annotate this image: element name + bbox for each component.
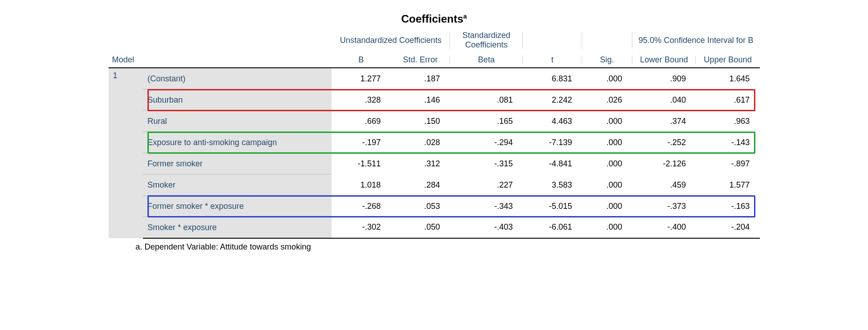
table-container: Unstandardized Coefficients Standardized… — [109, 28, 760, 239]
cell-t: -4.841 — [523, 153, 582, 174]
col-se: Std. Error — [391, 52, 450, 68]
cell-t: 3.583 — [523, 174, 582, 196]
cell-ub: -.163 — [696, 196, 759, 217]
cell-lb: -2.126 — [632, 153, 696, 174]
cell-ub: -.204 — [696, 217, 759, 239]
cell-sig: .000 — [582, 153, 632, 174]
cell-beta: .165 — [450, 111, 523, 132]
cell-sig: .000 — [582, 111, 632, 132]
cell-ub: -.143 — [696, 132, 759, 153]
cell-beta: -.343 — [450, 196, 523, 217]
cell-lb: .374 — [632, 111, 696, 132]
col-beta: Beta — [450, 52, 523, 68]
cell-ub: 1.645 — [696, 68, 759, 90]
coefficients-table: Unstandardized Coefficients Standardized… — [109, 28, 760, 239]
cell-sig: .000 — [582, 174, 632, 196]
cell-ub: .963 — [696, 111, 759, 132]
cell-sig: .000 — [582, 68, 632, 90]
cell-lb: .459 — [632, 174, 696, 196]
table-row: Suburban .328 .146 .081 2.242 .026 .040 … — [109, 90, 760, 111]
cell-se: .028 — [391, 132, 450, 153]
cell-beta: -.315 — [450, 153, 523, 174]
cell-sig: .026 — [582, 90, 632, 111]
col-lb: Lower Bound — [632, 52, 696, 68]
row-label: Exposure to anti-smoking campaign — [143, 132, 332, 153]
table-row: Exposure to anti-smoking campaign -.197 … — [109, 132, 760, 153]
header-row-cols: Model B Std. Error Beta t Sig. Lower Bou… — [109, 52, 760, 68]
cell-t: 4.463 — [523, 111, 582, 132]
row-label: Rural — [143, 111, 332, 132]
table-row: Former smoker -1.511 .312 -.315 -4.841 .… — [109, 153, 760, 174]
col-t: t — [523, 52, 582, 68]
title-text: Coefficients — [401, 13, 463, 25]
cell-b: -.197 — [332, 132, 391, 153]
row-label: Former smoker * exposure — [143, 196, 332, 217]
row-label: Former smoker — [143, 153, 332, 174]
cell-se: .312 — [391, 153, 450, 174]
col-group-std: Standardized Coefficients — [450, 28, 523, 52]
cell-sig: .000 — [582, 132, 632, 153]
cell-se: .053 — [391, 196, 450, 217]
cell-b: -.268 — [332, 196, 391, 217]
title-superscript: a — [463, 13, 467, 20]
table-row: Rural .669 .150 .165 4.463 .000 .374 .96… — [109, 111, 760, 132]
col-group-ci: 95.0% Confidence Interval for B — [632, 28, 760, 52]
cell-se: .150 — [391, 111, 450, 132]
cell-ub: -.897 — [696, 153, 759, 174]
cell-t: -6.061 — [523, 217, 582, 239]
row-label: (Constant) — [143, 68, 332, 90]
table-title: Coefficientsa — [109, 13, 760, 25]
table-row: 1 (Constant) 1.277 .187 6.831 .000 .909 … — [109, 68, 760, 90]
cell-b: -1.511 — [332, 153, 391, 174]
col-ub: Upper Bound — [696, 52, 759, 68]
cell-se: .187 — [391, 68, 450, 90]
col-group-unstd: Unstandardized Coefficients — [332, 28, 450, 52]
cell-lb: -.373 — [632, 196, 696, 217]
cell-b: -.302 — [332, 217, 391, 239]
cell-beta: .227 — [450, 174, 523, 196]
cell-beta: .081 — [450, 90, 523, 111]
cell-b: .669 — [332, 111, 391, 132]
table-footnote: a. Dependent Variable: Attitude towards … — [109, 239, 760, 252]
cell-lb: -.400 — [632, 217, 696, 239]
cell-lb: -.252 — [632, 132, 696, 153]
cell-lb: .040 — [632, 90, 696, 111]
table-row: Smoker 1.018 .284 .227 3.583 .000 .459 1… — [109, 174, 760, 196]
cell-b: .328 — [332, 90, 391, 111]
row-label: Smoker — [143, 174, 332, 196]
cell-beta: -.294 — [450, 132, 523, 153]
cell-t: -5.015 — [523, 196, 582, 217]
cell-t: 6.831 — [523, 68, 582, 90]
row-label: Suburban — [143, 90, 332, 111]
cell-beta: -.403 — [450, 217, 523, 239]
table-row: Former smoker * exposure -.268 .053 -.34… — [109, 196, 760, 217]
header-row-groups: Unstandardized Coefficients Standardized… — [109, 28, 760, 52]
col-model: Model — [109, 52, 332, 68]
cell-t: 2.242 — [523, 90, 582, 111]
model-number: 1 — [109, 68, 143, 238]
cell-t: -7.139 — [523, 132, 582, 153]
cell-se: .284 — [391, 174, 450, 196]
cell-beta — [450, 68, 523, 90]
col-b: B — [332, 52, 391, 68]
cell-b: 1.277 — [332, 68, 391, 90]
cell-se: .050 — [391, 217, 450, 239]
table-row: Smoker * exposure -.302 .050 -.403 -6.06… — [109, 217, 760, 239]
row-label: Smoker * exposure — [143, 217, 332, 239]
cell-b: 1.018 — [332, 174, 391, 196]
col-sig: Sig. — [582, 52, 632, 68]
cell-sig: .000 — [582, 196, 632, 217]
cell-ub: 1.577 — [696, 174, 759, 196]
cell-se: .146 — [391, 90, 450, 111]
cell-lb: .909 — [632, 68, 696, 90]
cell-sig: .000 — [582, 217, 632, 239]
cell-ub: .617 — [696, 90, 759, 111]
